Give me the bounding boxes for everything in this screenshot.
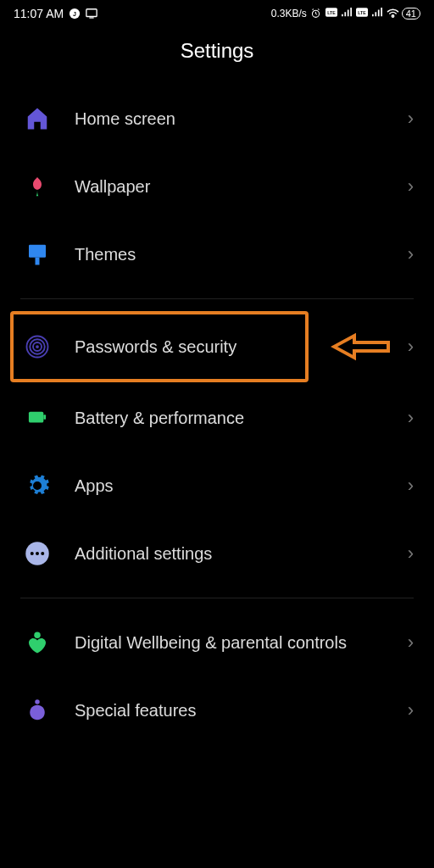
- wifi-icon: [387, 8, 398, 19]
- alarm-icon: [310, 8, 322, 19]
- svg-point-19: [36, 552, 39, 555]
- svg-point-18: [31, 552, 34, 555]
- svg-text:J: J: [73, 11, 76, 17]
- settings-list: Home screen › Wallpaper › Themes ›: [0, 85, 434, 744]
- fingerprint-icon: [20, 330, 54, 364]
- row-additional-settings[interactable]: Additional settings ›: [0, 520, 434, 587]
- chevron-right-icon: ›: [408, 542, 414, 565]
- chevron-right-icon: ›: [408, 336, 414, 358]
- volte-icon-1: LTE: [326, 8, 337, 19]
- row-label: Themes: [75, 244, 408, 265]
- wallpaper-icon: [20, 170, 54, 203]
- row-label: Digital Wellbeing & parental controls: [75, 632, 408, 654]
- volte-icon-2: LTE: [356, 8, 368, 19]
- status-left: 11:07 AM J: [14, 7, 97, 20]
- cast-icon: [86, 8, 97, 19]
- special-icon: [20, 693, 54, 727]
- svg-rect-15: [29, 412, 43, 423]
- jio-icon: J: [69, 8, 81, 19]
- more-icon: [20, 537, 54, 570]
- svg-rect-2: [86, 9, 97, 17]
- signal-icon-2: [371, 8, 383, 19]
- row-passwords-security[interactable]: Passwords & security ›: [0, 309, 434, 384]
- svg-rect-10: [36, 258, 40, 265]
- page-title: Settings: [0, 24, 434, 85]
- status-time: 11:07 AM: [14, 7, 64, 20]
- row-home-screen[interactable]: Home screen ›: [0, 85, 434, 153]
- row-battery-performance[interactable]: Battery & performance ›: [0, 384, 434, 452]
- row-digital-wellbeing[interactable]: Digital Wellbeing & parental controls ›: [0, 609, 434, 676]
- chevron-right-icon: ›: [408, 632, 414, 654]
- row-special-features[interactable]: Special features ›: [0, 676, 434, 744]
- svg-rect-9: [29, 245, 46, 258]
- chevron-right-icon: ›: [408, 699, 414, 721]
- row-label: Home screen: [75, 108, 408, 130]
- svg-point-22: [35, 699, 40, 704]
- row-label: Battery & performance: [75, 408, 408, 429]
- row-label: Passwords & security: [75, 337, 408, 358]
- chevron-right-icon: ›: [408, 475, 414, 497]
- row-themes[interactable]: Themes ›: [0, 220, 434, 288]
- status-right: 0.3KB/s LTE LTE 41: [271, 8, 420, 19]
- chevron-right-icon: ›: [408, 108, 414, 130]
- svg-point-20: [41, 552, 44, 555]
- row-label: Special features: [75, 700, 408, 721]
- svg-rect-3: [90, 17, 94, 18]
- battery-icon: [20, 401, 54, 435]
- row-label: Apps: [75, 476, 408, 497]
- svg-rect-16: [43, 415, 46, 420]
- row-label: Wallpaper: [75, 176, 408, 198]
- status-bar: 11:07 AM J 0.3KB/s LTE LTE 41: [0, 0, 434, 24]
- row-wallpaper[interactable]: Wallpaper ›: [0, 153, 434, 220]
- svg-text:LTE: LTE: [327, 10, 336, 15]
- chevron-right-icon: ›: [408, 407, 414, 429]
- chevron-right-icon: ›: [408, 243, 414, 265]
- svg-text:LTE: LTE: [358, 10, 366, 15]
- apps-gear-icon: [20, 469, 54, 503]
- row-label: Additional settings: [75, 543, 408, 565]
- divider: [20, 298, 414, 299]
- row-apps[interactable]: Apps ›: [0, 452, 434, 520]
- battery-indicator: 41: [402, 8, 420, 19]
- wellbeing-icon: [20, 626, 54, 659]
- divider: [20, 598, 414, 598]
- signal-icon-1: [341, 8, 353, 19]
- data-rate: 0.3KB/s: [271, 8, 307, 19]
- svg-point-21: [34, 632, 41, 639]
- svg-point-14: [36, 345, 39, 348]
- home-icon: [20, 102, 54, 136]
- themes-icon: [20, 237, 54, 271]
- chevron-right-icon: ›: [408, 175, 414, 198]
